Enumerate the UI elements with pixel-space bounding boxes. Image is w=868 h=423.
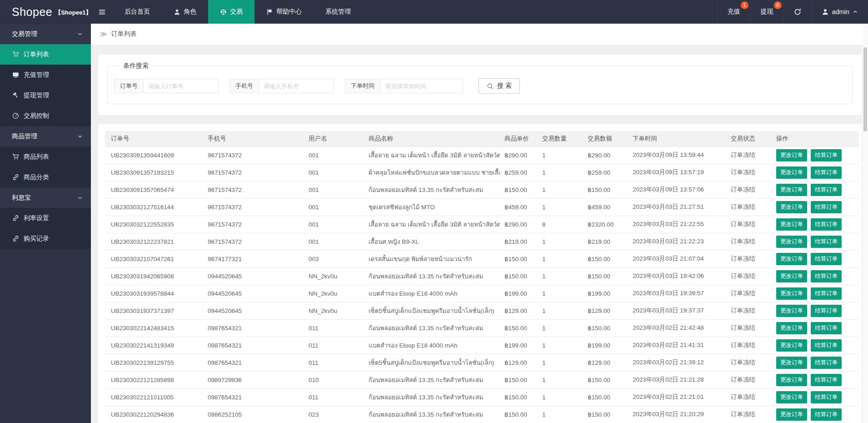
search-field-phone: 手机号 xyxy=(229,79,334,93)
update-order-button[interactable]: 更改订单 xyxy=(776,149,807,161)
phone-label: 手机号 xyxy=(229,79,259,93)
update-order-button[interactable]: 更改订单 xyxy=(776,391,807,403)
settle-order-button[interactable]: 结算订单 xyxy=(811,270,842,282)
quantity-cell: 1 xyxy=(538,164,583,181)
update-order-button[interactable]: 更改订单 xyxy=(776,253,807,265)
update-order-button[interactable]: 更改订单 xyxy=(776,236,807,248)
order-no-input[interactable] xyxy=(144,79,219,93)
status-cell: 订单冻结 xyxy=(726,146,772,164)
update-order-button[interactable]: 更改订单 xyxy=(776,270,807,282)
quantity-cell: 1 xyxy=(538,406,583,423)
amount-cell: ฿129.00 xyxy=(583,354,628,371)
update-order-button[interactable]: 更改订单 xyxy=(776,218,807,231)
sidebar-group-trade-group[interactable]: 交易管理 xyxy=(0,24,91,44)
vertical-scrollbar[interactable] xyxy=(863,24,868,423)
settle-order-button[interactable]: 结算订单 xyxy=(811,236,842,248)
nav-item-role[interactable]: 角色 xyxy=(162,0,208,24)
phone-input[interactable] xyxy=(259,79,334,93)
time-cell: 2023年03月09日 13:57:19 xyxy=(628,164,726,181)
update-order-button[interactable]: 更改订单 xyxy=(776,201,807,213)
phone-cell: 0987654321 xyxy=(203,337,304,354)
settle-order-button[interactable]: 结算订单 xyxy=(811,253,842,265)
settle-order-button[interactable]: 结算订单 xyxy=(811,391,842,403)
recharge-nav-item[interactable]: 充值 1 xyxy=(717,0,750,24)
sidebar: 交易管理订单列表充值管理提现管理交易控制商品管理商品列表商品分类利息宝利率设置购… xyxy=(0,24,91,423)
settle-order-button[interactable]: 结算订单 xyxy=(811,374,842,386)
update-order-button[interactable]: 更改订单 xyxy=(776,322,807,334)
status-cell: 订单冻结 xyxy=(726,337,772,354)
sidebar-item-recharge-mgmt[interactable]: 充值管理 xyxy=(0,65,91,85)
nav-item-system[interactable]: 系统管理 xyxy=(314,0,363,24)
username-cell: NN_2kv0u xyxy=(304,285,364,302)
time-cell: 2023年03月03日 21:07:04 xyxy=(628,250,726,267)
sidebar-item-trade-control[interactable]: 交易控制 xyxy=(0,106,91,126)
time-cell: 2023年03月03日 19:42:06 xyxy=(628,267,726,285)
sidebar-item-order-list[interactable]: 订单列表 xyxy=(0,44,91,65)
settle-order-button[interactable]: 结算订单 xyxy=(811,149,842,161)
update-order-button[interactable]: 更改订单 xyxy=(776,339,807,352)
time-cell: 2023年03月03日 21:22:23 xyxy=(628,233,726,250)
phone-cell: 0989729936 xyxy=(203,371,304,388)
sidebar-item-rate-settings[interactable]: 利率设置 xyxy=(0,208,91,228)
chevron-down-icon xyxy=(77,195,83,201)
sidebar-item-label: 提现管理 xyxy=(24,91,49,100)
user-menu[interactable]: admin xyxy=(811,0,868,24)
order-time-input[interactable] xyxy=(380,79,463,93)
amount-cell: ฿150.00 xyxy=(583,250,628,267)
status-cell: 订单冻结 xyxy=(726,216,772,233)
nav-item-help[interactable]: 帮助中心 xyxy=(254,0,314,24)
user-icon xyxy=(822,8,829,15)
scrollbar-thumb[interactable] xyxy=(863,47,867,131)
sidebar-toggle-button[interactable] xyxy=(91,0,113,24)
settle-order-button[interactable]: 结算订单 xyxy=(811,339,842,352)
withdraw-nav-item[interactable]: 提现 8 xyxy=(750,0,783,24)
sidebar-item-product-list[interactable]: 商品列表 xyxy=(0,146,91,167)
sidebar-item-withdraw-mgmt[interactable]: 提现管理 xyxy=(0,85,91,106)
brand-name: Shopee xyxy=(12,5,52,19)
order-no-cell: UB2303032122552835 xyxy=(105,216,203,233)
update-order-button[interactable]: 更改订单 xyxy=(776,287,807,300)
unit-price-cell: ฿129.00 xyxy=(500,354,538,371)
table-row: UB23030319373713970944520645NN_2kv0uเซ็ต… xyxy=(105,302,859,319)
update-order-button[interactable]: 更改订单 xyxy=(776,166,807,179)
actions-cell: 更改订单结算订单 xyxy=(772,354,859,371)
nav-item-home[interactable]: 后台首页 xyxy=(113,0,162,24)
nav-item-label: 交易 xyxy=(230,8,243,16)
settle-order-button[interactable]: 结算订单 xyxy=(811,357,842,369)
update-order-button[interactable]: 更改订单 xyxy=(776,357,807,369)
brand-logo[interactable]: Shopee 【Shopee1】 xyxy=(0,0,91,24)
quantity-cell: 1 xyxy=(538,388,583,406)
settle-order-button[interactable]: 结算订单 xyxy=(811,218,842,231)
update-order-button[interactable]: 更改订单 xyxy=(776,305,807,317)
sidebar-group-interest-group[interactable]: 利息宝 xyxy=(0,187,91,208)
sidebar-item-product-category[interactable]: 商品分类 xyxy=(0,167,91,187)
amount-cell: ฿219.00 xyxy=(583,233,628,250)
settle-order-button[interactable]: 结算订单 xyxy=(811,408,842,421)
flag-icon xyxy=(266,9,273,15)
search-row: 订单号手机号下单时间搜 索 xyxy=(114,78,846,94)
col-header-6: 交易数额 xyxy=(583,131,628,146)
refresh-button[interactable] xyxy=(783,0,811,24)
table-row: UB23030913571932159671574372001ผ้าคลุมไห… xyxy=(105,164,859,181)
settle-order-button[interactable]: 结算订单 xyxy=(811,184,842,196)
nav-item-label: 帮助中心 xyxy=(276,8,302,16)
settle-order-button[interactable]: 结算订单 xyxy=(811,287,842,300)
update-order-button[interactable]: 更改订单 xyxy=(776,408,807,421)
nav-item-trade[interactable]: 交易 xyxy=(208,0,254,24)
settle-order-button[interactable]: 结算订单 xyxy=(811,201,842,213)
settle-order-button[interactable]: 结算订单 xyxy=(811,166,842,179)
sidebar-group-label: 商品管理 xyxy=(12,132,37,141)
sidebar-item-label: 商品列表 xyxy=(24,153,49,161)
sidebar-item-purchase-records[interactable]: 购买记录 xyxy=(0,228,91,249)
search-button[interactable]: 搜 索 xyxy=(479,78,520,94)
product-cell: เดรสสั้นแขนกุด พิมพ์ลายหน้าแมวน่ารัก xyxy=(364,250,500,267)
sidebar-group-product-group[interactable]: 商品管理 xyxy=(0,126,91,146)
phone-cell: 9671574372 xyxy=(203,198,304,216)
update-order-button[interactable]: 更改订单 xyxy=(776,374,807,386)
settle-order-button[interactable]: 结算订单 xyxy=(811,305,842,317)
update-order-button[interactable]: 更改订单 xyxy=(776,184,807,196)
settle-order-button[interactable]: 结算订单 xyxy=(811,322,842,334)
product-cell: ก้อนพลอยอเมทิสต์ 13.35 กะรัตสำหรับสะสม xyxy=(364,267,500,285)
username-cell: NN_2kv0u xyxy=(304,267,364,285)
unit-price-cell: ฿290.00 xyxy=(500,216,538,233)
